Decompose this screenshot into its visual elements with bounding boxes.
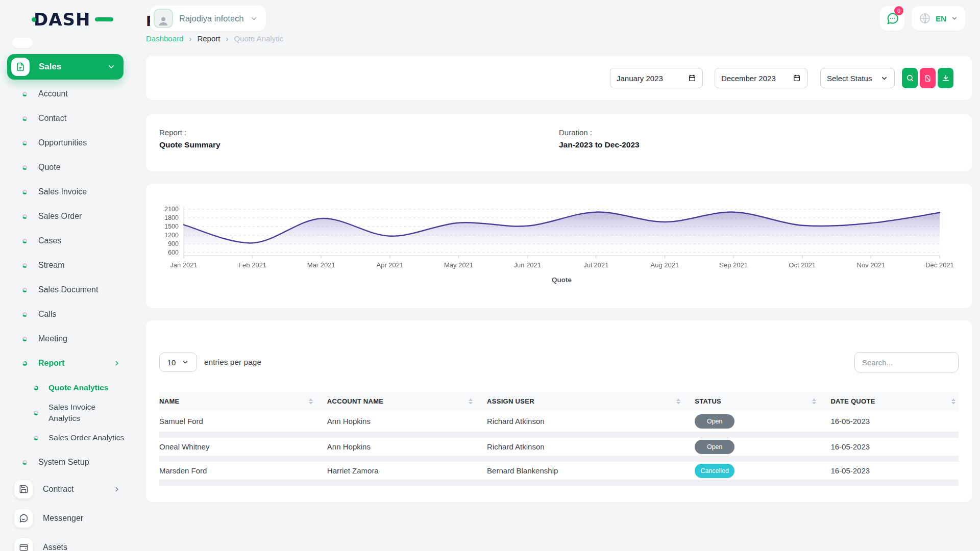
entries-value: 10 [167,358,176,367]
cell-account-name: Harriet Zamora [327,459,487,483]
svg-text:Jan 2021: Jan 2021 [170,261,198,269]
filter-card: January 2023 December 2023 Select Status [146,56,972,100]
contract-icon [14,480,33,498]
cell-name: Marsden Ford [159,459,327,483]
messages-button[interactable]: 0 [880,6,904,31]
company-avatar [154,9,173,28]
svg-text:Oct 2021: Oct 2021 [789,261,816,269]
sidebar-item-sales[interactable]: Sales [7,54,124,80]
bullet-icon [34,411,38,415]
sidebar-item-cases[interactable]: Cases [7,229,146,253]
sidebar-item-quote-analytics[interactable]: Quote Analytics [7,375,146,400]
table-row: Marsden FordHarriet ZamoraBernard Blanke… [159,459,959,483]
sidebar-item-quote[interactable]: Quote [7,155,146,180]
bullet-icon [22,288,27,292]
cell-date-quote: 16-05-2023 [830,459,959,483]
cell-assign-user: Richard Atkinson [487,435,695,459]
column-header-name[interactable]: NAME [159,392,327,411]
sidebar-nav: SalesAccountContactOpportunitiesQuoteSal… [0,38,146,551]
svg-text:May 2021: May 2021 [444,261,473,269]
column-header-status[interactable]: STATUS [695,392,830,411]
sidebar-item-system-setup[interactable]: System Setup [7,450,146,474]
svg-text:Mar 2021: Mar 2021 [307,261,335,269]
sidebar-item-sales-order[interactable]: Sales Order [7,204,146,229]
sidebar-item-calls[interactable]: Calls [7,302,146,327]
person-icon [157,15,170,27]
svg-text:Apr 2021: Apr 2021 [377,261,404,269]
cell-account-name: Ann Hopkins [327,435,487,459]
company-name: Rajodiya infotech [179,14,244,23]
status-select[interactable]: Select Status [820,68,895,88]
cell-date-quote: 16-05-2023 [830,435,959,459]
sidebar-item-stream[interactable]: Stream [7,253,146,278]
sort-icon [469,398,473,405]
column-header-account-name[interactable]: ACCOUNT NAME [327,392,487,411]
download-icon [942,74,950,82]
duration-label: Duration : [559,128,959,137]
table-row: Oneal WhitneyAnn HopkinsRichard Atkinson… [159,435,959,459]
svg-text:Quote: Quote [552,276,572,284]
bullet-icon [34,386,38,390]
scrolled-nav-item-peek [12,38,33,48]
svg-text:Aug 2021: Aug 2021 [651,261,679,269]
bullet-icon [22,263,27,268]
sidebar-item-report[interactable]: Report [7,351,146,375]
to-month-input[interactable]: December 2023 [715,68,807,88]
svg-text:Sep 2021: Sep 2021 [719,261,748,269]
svg-text:Feb 2021: Feb 2021 [238,261,266,269]
cell-date-quote: 16-05-2023 [830,411,959,435]
entries-per-page-select[interactable]: 10 [159,353,197,372]
svg-text:900: 900 [168,240,179,247]
search-icon [906,74,914,82]
language-selector[interactable]: EN [912,6,965,31]
bullet-icon [22,190,27,194]
status-badge: Cancelled [695,464,734,478]
from-month-input[interactable]: January 2023 [610,68,703,88]
sidebar-item-opportunities[interactable]: Opportunities [7,131,146,155]
sidebar-item-sales-document[interactable]: Sales Document [7,278,146,302]
logo-text: DASH [34,9,90,30]
quote-chart: 2100180015001200900600Jan 2021Feb 2021Ma… [153,202,960,294]
search-input[interactable] [854,352,959,372]
quotes-table: NAMEACCOUNT NAMEASSIGN USERSTATUSDATE QU… [159,392,959,486]
svg-text:Jun 2021: Jun 2021 [513,261,541,269]
cell-status: Open [695,435,830,459]
cell-assign-user: Richard Atkinson [487,411,695,435]
svg-text:600: 600 [168,249,179,256]
bullet-icon [22,361,27,366]
sidebar-item-contract[interactable]: Contract [7,474,146,504]
sidebar-item-sales-invoice-analytics[interactable]: Sales Invoice Analytics [7,400,146,425]
sidebar-item-messenger[interactable]: Messenger [7,504,146,533]
sidebar-item-account[interactable]: Account [7,82,146,106]
chevron-down-icon [951,15,958,22]
svg-text:1500: 1500 [164,223,179,230]
sidebar-item-meeting[interactable]: Meeting [7,327,146,351]
cell-name: Samuel Ford [159,411,327,435]
status-badge: Open [695,440,734,454]
svg-text:Dec 2021: Dec 2021 [925,261,954,269]
table-row: Samuel FordAnn HopkinsRichard AtkinsonOp… [159,411,959,435]
svg-text:Jul 2021: Jul 2021 [583,261,608,269]
search-button[interactable] [902,68,918,88]
sort-icon [951,398,955,405]
sidebar-item-assets[interactable]: Assets [7,533,146,551]
company-selector[interactable]: Rajodiya infotech [150,6,266,31]
report-value: Quote Summary [159,140,559,149]
sidebar-item-sales-invoice[interactable]: Sales Invoice [7,180,146,204]
svg-text:1200: 1200 [164,232,179,239]
notification-badge: 0 [894,6,903,15]
calendar-icon [688,74,696,82]
entries-per-page-label: entries per page [204,358,261,367]
sidebar-item-contact[interactable]: Contact [7,106,146,131]
dash-logo[interactable]: DASH [34,9,105,30]
reset-filter-button[interactable] [920,68,936,88]
download-button[interactable] [938,68,953,88]
bullet-icon [22,239,27,243]
column-header-date-quote[interactable]: DATE QUOTE [830,392,959,411]
bullet-icon [22,214,27,219]
logo-dash-accent [95,17,113,21]
report-label: Report : [159,128,559,137]
cell-name: Oneal Whitney [159,435,327,459]
column-header-assign-user[interactable]: ASSIGN USER [487,392,695,411]
sidebar-item-sales-order-analytics[interactable]: Sales Order Analytics [7,425,146,450]
